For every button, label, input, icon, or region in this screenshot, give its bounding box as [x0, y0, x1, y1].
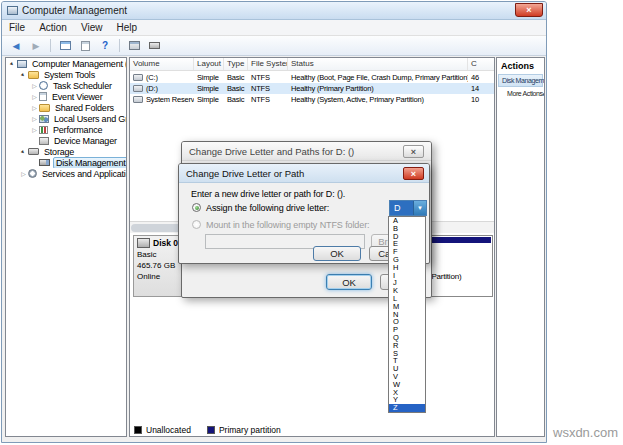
expander-closed-icon[interactable]: ▷ [30, 93, 39, 100]
menu-file[interactable]: File [2, 22, 32, 33]
console-tree-icon[interactable] [56, 38, 74, 53]
expander-closed-icon[interactable]: ▷ [30, 126, 39, 133]
status-cell: Healthy (System, Active, Primary Partiti… [288, 95, 468, 104]
assign-letter-radio[interactable] [192, 203, 201, 212]
column-header-status[interactable]: Status [288, 58, 468, 70]
expander-closed-icon[interactable]: ▷ [19, 170, 28, 177]
drive-letter-option[interactable]: W [389, 381, 425, 389]
services-icon [28, 169, 37, 178]
dialog-close-button[interactable]: × [403, 167, 424, 180]
disk-properties-icon[interactable] [145, 38, 163, 53]
menu-action[interactable]: Action [32, 22, 74, 33]
tree-item-computer-management[interactable]: ▸ Computer Management (Local) [6, 58, 126, 69]
drive-letter-option[interactable]: J [389, 279, 425, 287]
title-bar[interactable]: Computer Management [2, 2, 546, 20]
drive-letter-option[interactable]: N [389, 311, 425, 319]
layout-cell: Simple [194, 73, 224, 82]
more-actions-item[interactable]: More Actions ▸ [497, 87, 544, 97]
column-header-capacity[interactable]: C [468, 58, 494, 70]
export-list-icon[interactable] [76, 38, 94, 53]
status-cell: Healthy (Primary Partition) [288, 84, 468, 93]
menu-view[interactable]: View [74, 22, 110, 33]
drive-letter-option[interactable]: Q [389, 334, 425, 342]
drive-letter-option[interactable]: D [389, 233, 425, 241]
tree-item-disk-management[interactable]: Disk Management [6, 157, 126, 168]
dialog-close-button[interactable]: × [403, 145, 424, 158]
tree-item-performance[interactable]: ▷ Performance [6, 124, 126, 135]
disk-type: Basic [137, 249, 183, 260]
forward-arrow-icon[interactable]: ▶ [27, 38, 45, 53]
mount-folder-radio[interactable] [192, 220, 201, 229]
volume-row-d[interactable]: (D:) Simple Basic NTFS Healthy (Primary … [130, 83, 494, 94]
volume-row-c[interactable]: (C:) Simple Basic NTFS Healthy (Boot, Pa… [130, 72, 494, 83]
expander-closed-icon[interactable]: ▷ [30, 82, 39, 89]
drive-letter-option[interactable]: I [389, 272, 425, 280]
tree-item-services-applications[interactable]: ▷ Services and Applications [6, 168, 126, 179]
tree-item-event-viewer[interactable]: ▷ Event Viewer [6, 91, 126, 102]
actions-title: Actions [497, 58, 544, 74]
drive-letter-option[interactable]: O [389, 318, 425, 326]
column-header-layout[interactable]: Layout [194, 58, 224, 70]
dialog-title-bar[interactable]: Change Drive Letter or Path [179, 164, 429, 183]
drive-letter-option[interactable]: T [389, 357, 425, 365]
ok-button[interactable]: OK [326, 274, 372, 290]
tree-item-system-tools[interactable]: ▸ System Tools [6, 69, 126, 80]
drive-letter-option[interactable]: A [389, 217, 425, 225]
dialog-title-bar[interactable]: Change Drive Letter and Paths for D: () [182, 142, 431, 161]
performance-icon [39, 126, 48, 134]
drive-letter-combobox[interactable]: D ▼ [389, 200, 427, 216]
column-header-filesystem[interactable]: File System [248, 58, 288, 70]
column-header-volume[interactable]: Volume [130, 58, 194, 70]
expander-closed-icon[interactable]: ▷ [30, 104, 39, 111]
drive-letter-option[interactable]: M [389, 303, 425, 311]
layout-cell: Simple [194, 84, 224, 93]
drive-letter-option[interactable]: F [389, 248, 425, 256]
tree-item-device-manager[interactable]: Device Manager [6, 135, 126, 146]
assign-letter-label: Assign the following drive letter: [206, 203, 329, 213]
ok-button[interactable]: OK [313, 246, 361, 261]
chevron-down-icon[interactable]: ▼ [413, 201, 426, 215]
drive-letter-option[interactable]: V [389, 373, 425, 381]
tree-item-shared-folders[interactable]: ▷ Shared Folders [6, 102, 126, 113]
menu-help[interactable]: Help [109, 22, 144, 33]
tree-item-task-scheduler[interactable]: ▷ Task Scheduler [6, 80, 126, 91]
drive-letter-option[interactable]: L [389, 295, 425, 303]
drive-letter-option[interactable]: B [389, 225, 425, 233]
drive-letter-option[interactable]: G [389, 256, 425, 264]
help-icon[interactable]: ? [96, 38, 114, 53]
drive-letter-option-selected[interactable]: Z [389, 404, 425, 412]
filesystem-cell: NTFS [248, 84, 288, 93]
layout-cell: Simple [194, 95, 224, 104]
drive-letter-option[interactable]: K [389, 287, 425, 295]
legend-unallocated-label: Unallocated [146, 425, 191, 435]
tree-item-storage[interactable]: ▸ Storage [6, 146, 126, 157]
shared-folders-icon [39, 104, 50, 112]
drive-letter-option[interactable]: U [389, 365, 425, 373]
dialog-prompt: Enter a new drive letter or path for D: … [191, 189, 345, 199]
drive-letter-option[interactable]: S [389, 350, 425, 358]
drive-letter-option[interactable]: Y [389, 396, 425, 404]
toolbar-separator [119, 39, 120, 52]
volume-name: System Reserved [146, 95, 194, 104]
drive-letter-option[interactable]: H [389, 264, 425, 272]
storage-icon [28, 148, 39, 155]
drive-letter-option[interactable]: E [389, 240, 425, 248]
window-close-button[interactable]: × [515, 3, 543, 17]
expander-closed-icon[interactable]: ▷ [30, 115, 39, 122]
dialog-title: Change Drive Letter or Path [186, 168, 304, 179]
column-header-type[interactable]: Type [224, 58, 248, 70]
list-header: Volume Layout Type File System Status C [130, 58, 494, 71]
legend: Unallocated Primary partition [134, 425, 281, 435]
disk-view-icon[interactable] [125, 38, 143, 53]
tree-item-local-users-groups[interactable]: ▷ Local Users and Groups [6, 113, 126, 124]
drive-letter-option[interactable]: P [389, 326, 425, 334]
drive-letter-option[interactable]: X [389, 389, 425, 397]
filesystem-cell: NTFS [248, 73, 288, 82]
type-cell: Basic [224, 73, 248, 82]
drive-letter-option[interactable]: R [389, 342, 425, 350]
volume-row-system-reserved[interactable]: System Reserved Simple Basic NTFS Health… [130, 94, 494, 105]
actions-section-disk-management[interactable]: Disk Management ▴ [498, 74, 543, 87]
disk-size: 465.76 GB [137, 260, 183, 271]
back-arrow-icon[interactable]: ◀ [7, 38, 25, 53]
window-title: Computer Management [22, 5, 127, 16]
